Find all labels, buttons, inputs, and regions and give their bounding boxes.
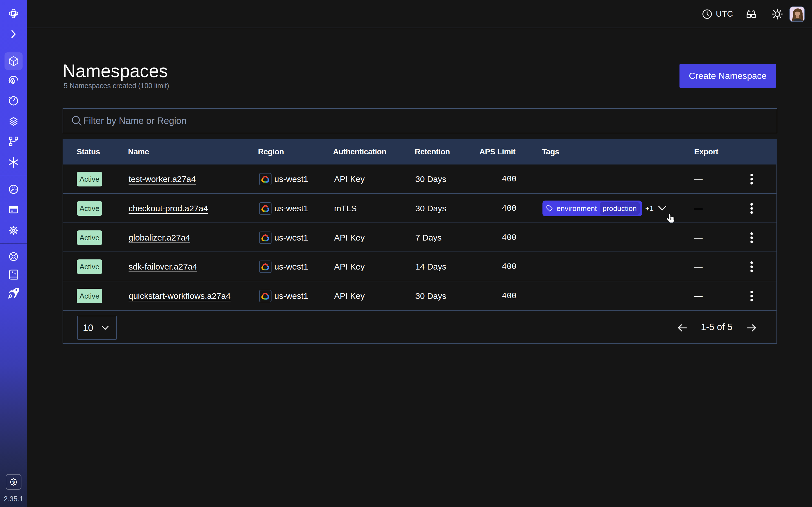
svg-text:$: $ [12, 480, 15, 485]
